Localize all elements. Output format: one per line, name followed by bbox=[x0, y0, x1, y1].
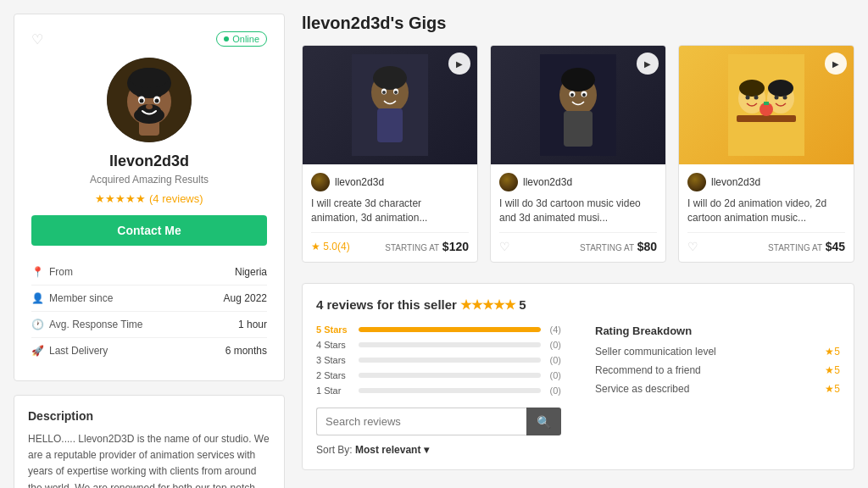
svg-point-30 bbox=[739, 80, 765, 97]
member-value: Aug 2022 bbox=[224, 292, 267, 304]
svg-point-4 bbox=[130, 68, 169, 88]
bar-track-5 bbox=[359, 327, 541, 332]
sidebar: ♡ Online bbox=[14, 14, 285, 488]
gig-price-3: STARTING AT $45 bbox=[768, 240, 845, 253]
seller-row-2: llevon2d3d bbox=[499, 173, 657, 191]
gig-heart-2[interactable]: ♡ bbox=[499, 240, 510, 253]
online-badge: Online bbox=[216, 31, 267, 47]
description-text: HELLO..... Llevon2D3D is the name of our… bbox=[28, 431, 270, 488]
delivery-icon: 🚀 bbox=[31, 345, 44, 357]
bar-row-2: 2 Stars (0) bbox=[316, 370, 561, 380]
gig-card-3[interactable]: ▶ llevon2d3d I will do 2d animation vide… bbox=[678, 45, 854, 263]
gig-title-1: I will create 3d character animation, 3d… bbox=[311, 197, 469, 225]
gig-rating-1: ★ 5.0(4) bbox=[311, 241, 350, 252]
svg-point-22 bbox=[561, 68, 595, 92]
clock-icon: 🕐 bbox=[31, 319, 44, 330]
avatar bbox=[107, 58, 192, 142]
play-button-1[interactable]: ▶ bbox=[448, 53, 470, 75]
gig-card-2[interactable]: ▶ llevon2d3d I will do 3d cartoon music … bbox=[490, 45, 666, 263]
gig-footer-3: ♡ STARTING AT $45 bbox=[687, 232, 845, 253]
gig-footer-2: ♡ STARTING AT $80 bbox=[499, 232, 657, 253]
description-title: Description bbox=[28, 409, 270, 423]
gig-thumb-3: ▶ bbox=[679, 46, 854, 164]
svg-point-11 bbox=[146, 104, 153, 109]
username: llevon2d3d bbox=[31, 152, 267, 170]
seller-name-3: llevon2d3d bbox=[711, 176, 760, 188]
seller-row-1: llevon2d3d bbox=[311, 173, 469, 191]
reviews-layout: 5 Stars (4) 4 Stars (0) bbox=[316, 324, 840, 456]
response-value: 1 hour bbox=[238, 319, 267, 330]
main-content: llevon2d3d's Gigs bbox=[302, 14, 854, 488]
star-bars: 5 Stars (4) 4 Stars (0) bbox=[316, 324, 561, 456]
gig-thumb-1: ▶ bbox=[303, 46, 477, 164]
seller-avatar-2 bbox=[499, 173, 518, 191]
profile-card: ♡ Online bbox=[14, 14, 285, 381]
seller-name-2: llevon2d3d bbox=[523, 176, 572, 188]
gig-price-1: STARTING AT $120 bbox=[385, 240, 469, 253]
profile-info: 📍 From Nigeria 👤 Member since Aug 2022 🕐 bbox=[31, 259, 267, 363]
search-reviews-input[interactable] bbox=[316, 408, 526, 435]
gig-title-2: I will do 3d cartoon music video and 3d … bbox=[499, 197, 657, 225]
bar-fill-5 bbox=[359, 327, 541, 332]
gigs-section-title: llevon2d3d's Gigs bbox=[302, 14, 854, 33]
breakdown-title: Rating Breakdown bbox=[595, 324, 840, 337]
gig-thumb-2: ▶ bbox=[491, 46, 665, 164]
avatar-svg bbox=[107, 58, 192, 142]
gig-price-2: STARTING AT $80 bbox=[580, 240, 657, 253]
seller-row-3: llevon2d3d bbox=[687, 173, 845, 191]
sort-row: Sort By: Most relevant ▾ bbox=[316, 444, 561, 456]
gig-heart-3[interactable]: ♡ bbox=[687, 240, 698, 253]
svg-point-31 bbox=[746, 96, 750, 100]
breakdown-recommend: Recommend to a friend ★5 bbox=[595, 364, 840, 376]
seller-name-1: llevon2d3d bbox=[335, 176, 384, 188]
bar-row-1: 1 Star (0) bbox=[316, 385, 561, 396]
play-button-3[interactable]: ▶ bbox=[825, 53, 847, 75]
tagline: Acquired Amazing Results bbox=[31, 174, 267, 186]
svg-rect-23 bbox=[564, 111, 593, 147]
description-card: Description HELLO..... Llevon2D3D is the… bbox=[14, 395, 285, 488]
svg-point-18 bbox=[382, 91, 386, 94]
svg-point-9 bbox=[140, 99, 144, 103]
profile-review-count: (4 reviews) bbox=[149, 192, 203, 205]
svg-point-36 bbox=[783, 96, 787, 100]
gigs-grid: ▶ llevon2d3d I will create 3d character … bbox=[302, 45, 854, 263]
bar-track-4 bbox=[359, 342, 541, 347]
svg-point-26 bbox=[570, 93, 574, 97]
contact-button[interactable]: Contact Me bbox=[31, 215, 267, 246]
bar-track-1 bbox=[359, 388, 541, 393]
svg-point-14 bbox=[373, 66, 407, 90]
bar-row-5: 5 Stars (4) bbox=[316, 324, 561, 335]
info-row-response: 🕐 Avg. Response Time 1 hour bbox=[31, 312, 267, 338]
search-row: 🔍 bbox=[316, 408, 561, 435]
profile-rating: ★★★★★ (4 reviews) bbox=[31, 192, 267, 205]
reviews-stars: ★★★★★ bbox=[460, 297, 519, 312]
svg-rect-15 bbox=[377, 108, 403, 142]
bar-row-4: 4 Stars (0) bbox=[316, 340, 561, 350]
svg-point-10 bbox=[155, 99, 159, 103]
reviews-section: 4 reviews for this seller ★★★★★ 5 5 Star… bbox=[302, 283, 854, 470]
bar-track-3 bbox=[359, 358, 541, 363]
search-reviews-button[interactable]: 🔍 bbox=[526, 408, 561, 435]
gig-card-1[interactable]: ▶ llevon2d3d I will create 3d character … bbox=[302, 45, 478, 263]
svg-point-35 bbox=[775, 96, 779, 100]
play-button-2[interactable]: ▶ bbox=[637, 53, 659, 75]
seller-avatar-1 bbox=[311, 173, 330, 191]
from-value: Nigeria bbox=[235, 266, 267, 278]
gig-title-3: I will do 2d animation video, 2d cartoon… bbox=[687, 197, 845, 225]
info-row-from: 📍 From Nigeria bbox=[31, 259, 267, 286]
sort-selector[interactable]: Most relevant ▾ bbox=[355, 444, 429, 456]
svg-rect-39 bbox=[764, 102, 769, 105]
bar-track-2 bbox=[359, 373, 541, 378]
person-icon: 👤 bbox=[31, 292, 44, 304]
reviews-header: 4 reviews for this seller ★★★★★ 5 bbox=[316, 297, 840, 313]
online-dot bbox=[224, 36, 229, 42]
info-row-delivery: 🚀 Last Delivery 6 months bbox=[31, 338, 267, 363]
svg-rect-37 bbox=[737, 115, 796, 122]
rating-breakdown: Rating Breakdown Seller communication le… bbox=[595, 324, 840, 456]
gig-footer-1: ★ 5.0(4) STARTING AT $120 bbox=[311, 232, 469, 253]
favorite-icon[interactable]: ♡ bbox=[31, 31, 43, 47]
info-row-member: 👤 Member since Aug 2022 bbox=[31, 286, 267, 312]
svg-point-34 bbox=[768, 80, 793, 97]
location-icon: 📍 bbox=[31, 266, 44, 278]
seller-avatar-3 bbox=[687, 173, 706, 191]
